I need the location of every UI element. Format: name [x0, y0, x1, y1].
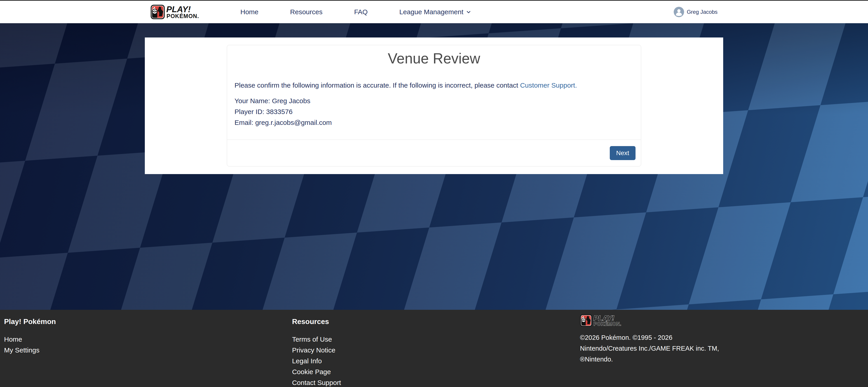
footer-brand-heading: Play! Pokémon	[4, 318, 292, 326]
site-footer: Play! Pokémon Home My Settings Resources…	[0, 310, 868, 387]
copyright-notice: ©2026 Pokémon. ©1995 - 2026 Nintendo/Cre…	[580, 332, 868, 365]
nav-item-home-label: Home	[240, 8, 258, 16]
venue-review-card: Venue Review Please confirm the followin…	[227, 45, 641, 166]
content-panel: Venue Review Please confirm the followin…	[145, 37, 723, 174]
footer-link-terms-of-use[interactable]: Terms of Use	[292, 334, 332, 345]
card-footer: Next	[227, 139, 641, 166]
customer-support-link[interactable]: Customer Support	[520, 82, 575, 89]
footer-legal-column: PLAY! POKÉMON. ©2026 Pokémon. ©1995 - 20…	[580, 314, 868, 387]
nav-item-faq-label: FAQ	[354, 8, 368, 16]
footer-resources-heading: Resources	[292, 318, 580, 326]
footer-link-my-settings[interactable]: My Settings	[4, 345, 39, 356]
footer-play-pokemon-logo: PLAY! POKÉMON.	[580, 314, 868, 327]
logo-text-pokemon: POKÉMON.	[166, 13, 199, 19]
footer-link-legal-info[interactable]: Legal Info	[292, 356, 322, 366]
chevron-down-icon	[466, 9, 471, 15]
nav-item-resources-label: Resources	[290, 8, 322, 16]
nav-item-faq[interactable]: FAQ	[354, 8, 368, 16]
confirmation-message: Please confirm the following information…	[235, 81, 633, 90]
site-header: PLAY! POKÉMON. Home Resources FAQ League…	[0, 1, 868, 23]
user-avatar-icon	[674, 7, 684, 17]
footer-logo-text-play: PLAY!	[593, 314, 614, 322]
copyright-line-1: ©2026 Pokémon. ©1995 - 2026	[580, 332, 868, 343]
footer-resources-column: Resources Terms of Use Privacy Notice Le…	[292, 314, 580, 387]
user-name: Greg Jacobs	[687, 9, 717, 15]
footer-link-privacy-notice[interactable]: Privacy Notice	[292, 345, 336, 356]
header-inner: PLAY! POKÉMON. Home Resources FAQ League…	[145, 1, 723, 23]
email-value: Email: greg.r.jacobs@gmail.com	[235, 117, 633, 128]
confirmation-message-period: .	[575, 82, 577, 89]
next-button[interactable]: Next	[610, 146, 636, 160]
play-pokemon-logo[interactable]: PLAY! POKÉMON.	[151, 5, 212, 19]
footer-brand-column: Play! Pokémon Home My Settings	[4, 314, 292, 387]
player-id-value: Player ID: 3833576	[235, 106, 633, 117]
main-area: Venue Review Please confirm the followin…	[0, 23, 868, 310]
page-title: Venue Review	[235, 50, 633, 67]
footer-link-home[interactable]: Home	[4, 334, 22, 345]
footer-link-contact-support[interactable]: Contact Support	[292, 377, 341, 387]
copyright-line-2: Nintendo/Creatures Inc./GAME FREAK inc. …	[580, 343, 868, 354]
nav-item-league-management-label: League Management	[399, 8, 463, 16]
logo-text-play: PLAY!	[166, 5, 191, 14]
footer-play-pokemon-logo-icon: PLAY! POKÉMON.	[580, 314, 632, 327]
venue-review-card-body: Venue Review Please confirm the followin…	[227, 45, 641, 139]
nav-item-league-management[interactable]: League Management	[399, 8, 471, 16]
footer-link-cookie-page[interactable]: Cookie Page	[292, 366, 331, 377]
play-pokemon-logo-icon: PLAY! POKÉMON.	[151, 5, 212, 19]
user-menu[interactable]: Greg Jacobs	[674, 7, 717, 17]
nav-item-home[interactable]: Home	[240, 8, 258, 16]
main-nav: Home Resources FAQ League Management	[240, 8, 471, 16]
your-name-value: Your Name: Greg Jacobs	[235, 96, 633, 106]
confirmation-message-text: Please confirm the following information…	[235, 82, 520, 89]
copyright-line-3: ®Nintendo.	[580, 354, 868, 365]
footer-logo-text-pokemon: POKÉMON.	[594, 321, 622, 327]
nav-item-resources[interactable]: Resources	[290, 8, 322, 16]
